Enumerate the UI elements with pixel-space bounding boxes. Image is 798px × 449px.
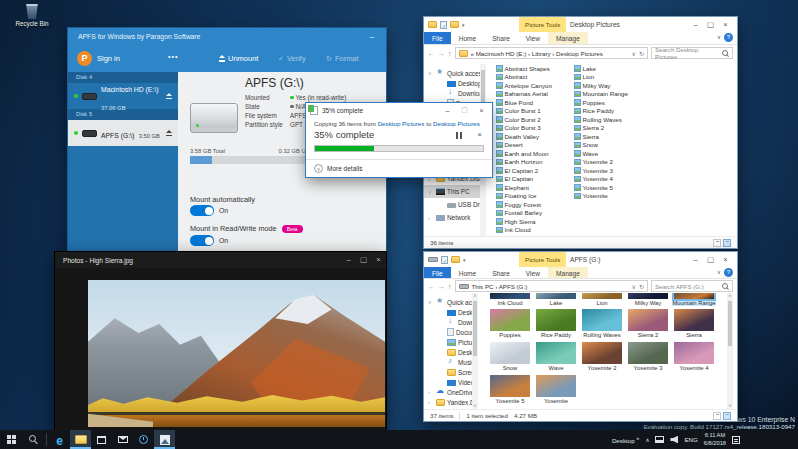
- ribbon-tab[interactable]: Manage: [548, 32, 588, 44]
- file-item[interactable]: Snow: [574, 141, 650, 150]
- qat-dropdown-icon[interactable]: ▾: [463, 257, 466, 263]
- nav-item[interactable]: Music: [424, 357, 478, 367]
- file-item[interactable]: Color Burst 3: [496, 124, 572, 133]
- address-bar[interactable]: « Macintosh HD (E:) › Library › Desktop …: [455, 47, 649, 59]
- thumbnails-view-icon[interactable]: [723, 412, 731, 420]
- expander-icon[interactable]: ∨: [428, 299, 434, 305]
- action-center-icon[interactable]: [732, 436, 740, 444]
- minimize-button[interactable]: –: [688, 252, 703, 267]
- taskbar-app[interactable]: [112, 430, 133, 449]
- eject-icon[interactable]: [165, 130, 172, 137]
- thumbnail-item[interactable]: Snow: [488, 342, 532, 375]
- nav-scrollbar[interactable]: ∧ ∨: [472, 293, 478, 409]
- file-item[interactable]: Sierra: [574, 132, 650, 141]
- file-item[interactable]: Lake: [574, 64, 650, 73]
- clock[interactable]: 6:11 AM 6/8/2018: [704, 432, 726, 446]
- nav-item[interactable]: › OneDrive: [424, 387, 478, 397]
- close-button[interactable]: ×: [475, 107, 488, 114]
- file-item[interactable]: Elephant: [496, 183, 572, 192]
- mount-rw-toggle[interactable]: [190, 235, 214, 246]
- thumbnail-item[interactable]: Milky Way: [626, 293, 670, 309]
- ribbon-collapse-icon[interactable]: ∨: [717, 269, 721, 275]
- thumbnail-item[interactable]: Sierra 2: [626, 309, 670, 342]
- nav-item[interactable]: ∨ Quick access: [424, 297, 478, 307]
- new-folder-qat-icon[interactable]: [451, 256, 460, 263]
- recycle-bin[interactable]: Recycle Bin: [10, 4, 54, 27]
- file-item[interactable]: Poppies: [574, 98, 650, 107]
- nav-item[interactable]: Downloads: [424, 317, 478, 327]
- target-folder-link[interactable]: Desktop Pictures: [433, 120, 480, 127]
- thumbnail-item[interactable]: Yosemite: [534, 375, 578, 408]
- taskbar-app[interactable]: [49, 430, 70, 449]
- file-item[interactable]: Yosemite 2: [574, 158, 650, 167]
- address-bar[interactable]: This PC › APFS (G:) ∨↻: [455, 280, 649, 292]
- file-item[interactable]: Earth Horizon: [496, 158, 572, 167]
- thumbnail-item[interactable]: Yosemite 2: [580, 342, 624, 375]
- search-input[interactable]: Search Desktop Pictures: [651, 47, 733, 59]
- mount-auto-toggle[interactable]: [190, 205, 214, 216]
- file-item[interactable]: Abstract: [496, 73, 572, 82]
- thumbnail-item[interactable]: Lake: [534, 293, 578, 309]
- cancel-icon[interactable]: ×: [477, 130, 482, 139]
- address-dropdown-icon[interactable]: ∨: [632, 283, 636, 290]
- minimize-button[interactable]: –: [441, 107, 454, 114]
- properties-qat-icon[interactable]: [441, 256, 448, 264]
- close-button[interactable]: ×: [371, 252, 386, 268]
- disk-item-macintosh-hd[interactable]: Macintosh HD (E:\) 37.06 GB: [68, 83, 178, 109]
- verify-button[interactable]: ✓Verify: [278, 54, 306, 63]
- file-item[interactable]: Abstract Shapes: [496, 64, 572, 73]
- file-item[interactable]: Mountain Range: [574, 90, 650, 99]
- taskbar-app[interactable]: [70, 430, 91, 449]
- ribbon-tab[interactable]: View: [518, 32, 548, 44]
- maximize-button[interactable]: ▢: [703, 252, 718, 267]
- file-item[interactable]: Color Burst 2: [496, 115, 572, 124]
- taskbar-search-button[interactable]: [22, 430, 44, 449]
- file-item[interactable]: El Capitan: [496, 175, 572, 184]
- thumbnail-item[interactable]: Rolling Waves: [580, 309, 624, 342]
- ribbon-tab[interactable]: Home: [451, 32, 485, 44]
- details-view-icon[interactable]: [713, 412, 721, 420]
- thumbnail-item[interactable]: Wave: [534, 342, 578, 375]
- expander-icon[interactable]: ›: [428, 399, 434, 405]
- more-menu-button[interactable]: •••: [168, 53, 178, 60]
- ribbon-tab[interactable]: View: [518, 267, 548, 278]
- new-folder-qat-icon[interactable]: [450, 21, 459, 28]
- file-item[interactable]: Yosemite 5: [574, 183, 650, 192]
- file-item[interactable]: Desert: [496, 141, 572, 150]
- file-item[interactable]: Sierra 2: [574, 124, 650, 133]
- nav-item[interactable]: USB Drive (F:): [424, 198, 486, 211]
- minimize-button[interactable]: –: [341, 252, 356, 268]
- hidden-icons-chevron[interactable]: ∧: [645, 437, 649, 443]
- ribbon-tab[interactable]: Share: [484, 32, 518, 44]
- pause-icon[interactable]: [456, 132, 462, 139]
- thumbnail-item[interactable]: Lion: [580, 293, 624, 309]
- apfs-title-bar[interactable]: APFS for Windows by Paragon Software –: [68, 28, 386, 45]
- minimize-button[interactable]: –: [370, 28, 374, 45]
- scroll-up-icon[interactable]: ∧: [727, 293, 733, 299]
- search-input[interactable]: Search APFS (G:): [651, 280, 733, 292]
- source-folder-link[interactable]: Desktop Pictures: [378, 120, 425, 127]
- file-item[interactable]: Lion: [574, 73, 650, 82]
- file-item[interactable]: Floating Ice: [496, 192, 572, 201]
- dialog-title-bar[interactable]: 35% complete – ▢ ×: [306, 103, 492, 117]
- sign-in-button[interactable]: Sign in: [97, 54, 120, 63]
- file-item[interactable]: Rolling Waves: [574, 115, 650, 124]
- nav-item[interactable]: Documents: [424, 327, 478, 337]
- thumbnail-item[interactable]: Mountain Range: [672, 293, 716, 309]
- maximize-button[interactable]: ▢: [703, 17, 718, 32]
- nav-item[interactable]: Videos: [424, 377, 478, 387]
- thumbnail-item[interactable]: Yosemite 5: [488, 375, 532, 408]
- maximize-button[interactable]: ▢: [356, 252, 371, 268]
- forward-icon[interactable]: →: [438, 283, 445, 290]
- file-item[interactable]: Death Valley: [496, 132, 572, 141]
- expander-icon[interactable]: ∨: [428, 189, 434, 195]
- file-item[interactable]: Wave: [574, 149, 650, 158]
- taskbar-app[interactable]: [91, 430, 112, 449]
- nav-item[interactable]: ∨ This PC: [424, 185, 486, 198]
- ribbon-tab[interactable]: Manage: [548, 267, 588, 278]
- expander-icon[interactable]: ›: [428, 389, 434, 395]
- thumbnail-item[interactable]: Yosemite 3: [626, 342, 670, 375]
- file-item[interactable]: Foxtail Barley: [496, 209, 572, 218]
- thumbnail-item[interactable]: Yosemite 4: [672, 342, 716, 375]
- speaker-icon[interactable]: [670, 436, 678, 444]
